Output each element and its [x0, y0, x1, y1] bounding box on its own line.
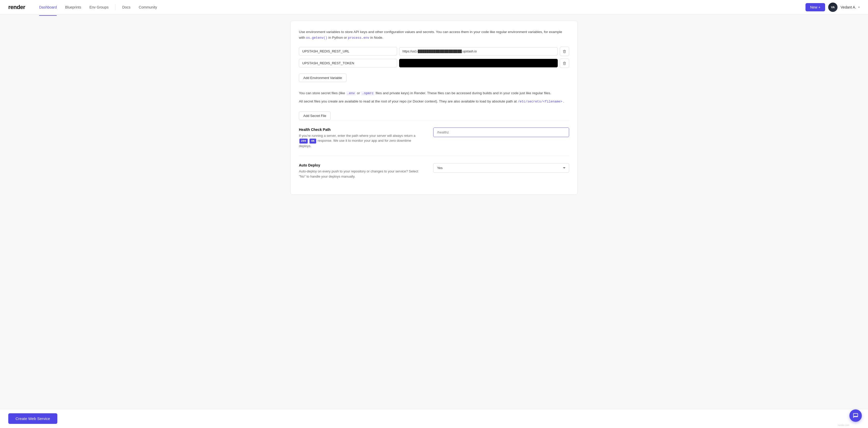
health-check-input[interactable] — [433, 128, 569, 137]
nav-docs[interactable]: Docs — [119, 3, 134, 11]
create-web-service-button[interactable]: Create Web Service — [8, 413, 57, 424]
chevron-down-icon: ▾ — [858, 5, 860, 9]
env-value-2[interactable] — [399, 59, 558, 67]
auto-deploy-select[interactable]: Yes No — [433, 163, 569, 173]
delete-env-1-button[interactable] — [560, 47, 569, 56]
avatar-initials: VA — [831, 6, 835, 9]
nav-env-groups[interactable]: Env Groups — [86, 3, 112, 11]
nav-links: Dashboard Blueprints Env Groups Docs Com… — [35, 3, 797, 11]
auto-deploy-description: Auto-deploy on every push to your reposi… — [299, 169, 423, 179]
os-getenv-link[interactable]: os.getenv() — [306, 36, 328, 40]
navbar: render Dashboard Blueprints Env Groups D… — [0, 0, 868, 14]
nav-dashboard[interactable]: Dashboard — [35, 3, 60, 11]
env-intro-text: Use environment variables to store API k… — [299, 29, 569, 40]
env-variables-card: Use environment variables to store API k… — [290, 21, 578, 195]
nav-right: New + VA Vedant A. ▾ — [805, 3, 860, 12]
nav-community[interactable]: Community — [135, 3, 161, 11]
health-check-label-block: Health Check Path If you're running a se… — [299, 128, 423, 149]
secret-files-section: You can store secret files (like .env or… — [299, 90, 569, 120]
env-key-1[interactable] — [299, 47, 397, 56]
watermark: render.com — [838, 424, 849, 426]
add-secret-file-button[interactable]: Add Secret File — [299, 111, 331, 120]
auto-deploy-title: Auto Deploy — [299, 163, 423, 167]
process-env-link[interactable]: process.env — [348, 36, 369, 40]
add-env-var-button[interactable]: Add Environment Variable — [299, 73, 346, 82]
user-menu[interactable]: Vedant A. ▾ — [841, 5, 860, 9]
auto-deploy-section: Auto Deploy Auto-deploy on every push to… — [299, 156, 569, 186]
health-check-section: Health Check Path If you're running a se… — [299, 120, 569, 156]
npmrc-code: .npmrc — [361, 91, 375, 96]
footer-bar: Create Web Service — [0, 409, 868, 428]
status-200-badge: 200 — [300, 139, 308, 143]
user-name: Vedant A. — [841, 5, 856, 9]
new-button[interactable]: New + — [805, 3, 825, 11]
health-check-description: If you're running a server, enter the pa… — [299, 133, 423, 149]
secret-text-2: All secret files you create are availabl… — [299, 99, 569, 104]
delete-env-2-button[interactable] — [560, 59, 569, 68]
health-check-input-block — [433, 128, 569, 137]
secret-text-1: You can store secret files (like .env or… — [299, 90, 569, 96]
env-code: .env — [346, 91, 356, 96]
env-key-2[interactable] — [299, 59, 397, 67]
env-row-2 — [299, 59, 569, 68]
env-value-1[interactable] — [399, 47, 558, 56]
nav-blueprints[interactable]: Blueprints — [61, 3, 85, 11]
avatar[interactable]: VA — [828, 3, 838, 12]
brand-logo: render — [8, 4, 25, 10]
env-row-1 — [299, 47, 569, 56]
auto-deploy-label-block: Auto Deploy Auto-deploy on every push to… — [299, 163, 423, 179]
main-content: Use environment variables to store API k… — [284, 14, 584, 222]
auto-deploy-select-block: Yes No — [433, 163, 569, 173]
health-check-title: Health Check Path — [299, 128, 423, 132]
chat-button[interactable] — [849, 409, 862, 422]
nav-divider — [115, 4, 116, 10]
secrets-path-link[interactable]: /etc/secrets/<filename> — [518, 100, 562, 103]
status-ok-badge: OK — [309, 139, 316, 143]
